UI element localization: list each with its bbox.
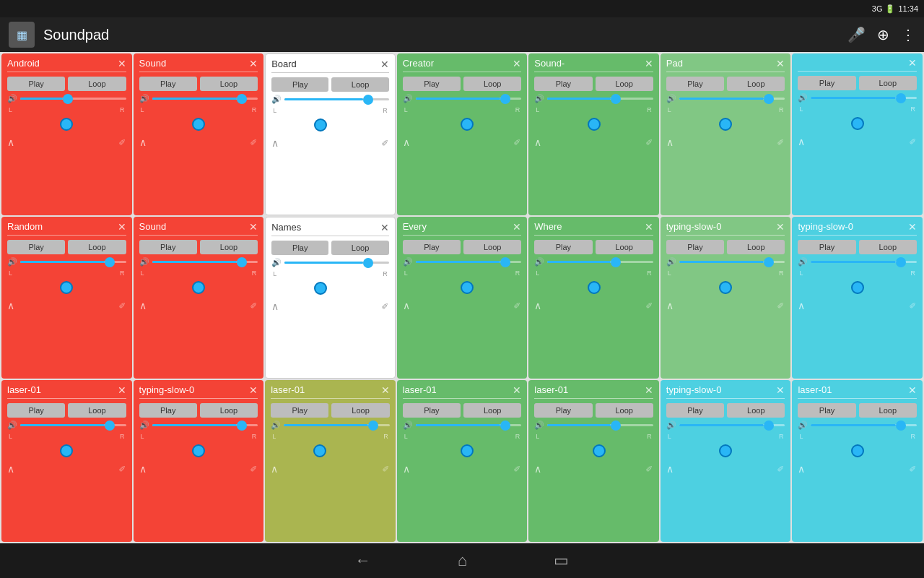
card-close-button[interactable]: ✕ (381, 385, 390, 395)
expand-icon[interactable]: ∧ (534, 300, 541, 311)
volume-thumb[interactable] (611, 257, 621, 267)
expand-icon[interactable]: ∧ (403, 463, 410, 475)
volume-thumb[interactable] (896, 257, 906, 267)
volume-track[interactable] (20, 424, 126, 426)
card-close-button[interactable]: ✕ (776, 59, 785, 69)
expand-icon[interactable]: ∧ (403, 300, 410, 311)
loop-button[interactable]: Loop (463, 240, 521, 254)
play-button[interactable]: Play (534, 240, 592, 254)
play-button[interactable]: Play (798, 76, 855, 90)
volume-track[interactable] (152, 261, 258, 263)
play-button[interactable]: Play (798, 403, 855, 418)
card-close-button[interactable]: ✕ (249, 59, 258, 69)
menu-button[interactable]: ⋮ (901, 26, 915, 43)
volume-track[interactable] (416, 98, 522, 100)
pin-icon[interactable]: ✏ (116, 463, 128, 475)
loop-button[interactable]: Loop (727, 403, 785, 418)
pan-thumb[interactable] (593, 444, 606, 457)
card-close-button[interactable]: ✕ (908, 58, 917, 68)
loop-button[interactable]: Loop (727, 77, 785, 91)
card-close-button[interactable]: ✕ (645, 59, 653, 69)
play-button[interactable]: Play (403, 240, 461, 254)
volume-thumb[interactable] (764, 94, 774, 104)
volume-thumb[interactable] (611, 94, 621, 104)
expand-icon[interactable]: ∧ (798, 463, 805, 475)
card-close-button[interactable]: ✕ (118, 385, 126, 395)
volume-thumb[interactable] (63, 94, 73, 104)
volume-thumb[interactable] (764, 257, 774, 267)
expand-icon[interactable]: ∧ (139, 463, 147, 475)
back-button[interactable]: ← (355, 551, 371, 570)
card-close-button[interactable]: ✕ (249, 385, 258, 395)
play-button[interactable]: Play (7, 403, 65, 418)
expand-icon[interactable]: ∧ (7, 300, 14, 311)
card-close-button[interactable]: ✕ (908, 385, 917, 395)
play-button[interactable]: Play (534, 403, 592, 418)
volume-track[interactable] (679, 261, 785, 263)
pin-icon[interactable]: ✏ (907, 136, 919, 148)
play-button[interactable]: Play (7, 240, 65, 254)
card-close-button[interactable]: ✕ (249, 222, 258, 232)
volume-track[interactable] (547, 261, 653, 263)
volume-track[interactable] (679, 424, 785, 426)
pin-icon[interactable]: ✏ (116, 137, 128, 149)
play-button[interactable]: Play (403, 77, 461, 91)
pin-icon[interactable]: ✏ (512, 137, 524, 149)
recent-button[interactable]: ▭ (554, 551, 569, 570)
volume-track[interactable] (284, 424, 390, 426)
volume-thumb[interactable] (105, 257, 115, 267)
play-button[interactable]: Play (271, 241, 328, 255)
pin-icon[interactable]: ✏ (512, 463, 524, 475)
volume-thumb[interactable] (368, 420, 378, 431)
add-button[interactable]: ⊕ (877, 26, 889, 43)
pin-icon[interactable]: ✏ (775, 463, 788, 475)
pan-thumb[interactable] (461, 118, 474, 131)
pan-thumb[interactable] (719, 444, 732, 457)
expand-icon[interactable]: ∧ (403, 137, 410, 148)
volume-thumb[interactable] (363, 95, 373, 105)
volume-track[interactable] (416, 424, 522, 426)
pan-thumb[interactable] (588, 281, 601, 294)
volume-track[interactable] (547, 98, 653, 100)
expand-icon[interactable]: ∧ (666, 463, 674, 475)
expand-icon[interactable]: ∧ (798, 300, 805, 311)
pin-icon[interactable]: ✏ (512, 300, 524, 312)
pin-icon[interactable]: ✏ (380, 463, 392, 475)
volume-thumb[interactable] (237, 420, 247, 431)
loop-button[interactable]: Loop (463, 403, 521, 418)
loop-button[interactable]: Loop (596, 240, 653, 254)
expand-icon[interactable]: ∧ (271, 137, 279, 149)
volume-track[interactable] (811, 97, 917, 99)
card-close-button[interactable]: ✕ (380, 59, 389, 69)
expand-icon[interactable]: ∧ (666, 137, 674, 148)
expand-icon[interactable]: ∧ (7, 463, 14, 475)
play-button[interactable]: Play (139, 77, 197, 91)
pan-thumb[interactable] (314, 118, 327, 131)
loop-button[interactable]: Loop (727, 240, 785, 254)
pan-thumb[interactable] (192, 118, 205, 131)
loop-button[interactable]: Loop (596, 77, 653, 91)
pan-thumb[interactable] (851, 117, 864, 130)
pan-thumb[interactable] (60, 118, 73, 131)
volume-track[interactable] (20, 98, 126, 100)
play-button[interactable]: Play (666, 77, 724, 91)
pan-thumb[interactable] (719, 118, 732, 131)
pan-thumb[interactable] (588, 118, 601, 131)
play-button[interactable]: Play (534, 77, 592, 91)
volume-thumb[interactable] (237, 257, 247, 267)
loop-button[interactable]: Loop (68, 403, 126, 418)
volume-thumb[interactable] (363, 258, 373, 268)
pin-icon[interactable]: ✏ (116, 300, 128, 312)
pan-thumb[interactable] (461, 444, 474, 457)
home-button[interactable]: ⌂ (458, 551, 467, 570)
play-button[interactable]: Play (139, 240, 197, 254)
pin-icon[interactable]: ✏ (379, 137, 391, 150)
pan-thumb[interactable] (192, 444, 205, 457)
volume-thumb[interactable] (896, 420, 906, 431)
card-close-button[interactable]: ✕ (513, 222, 521, 232)
pin-icon[interactable]: ✏ (248, 137, 261, 149)
card-close-button[interactable]: ✕ (645, 222, 653, 232)
play-button[interactable]: Play (271, 77, 328, 92)
volume-thumb[interactable] (896, 93, 906, 103)
loop-button[interactable]: Loop (859, 76, 917, 90)
